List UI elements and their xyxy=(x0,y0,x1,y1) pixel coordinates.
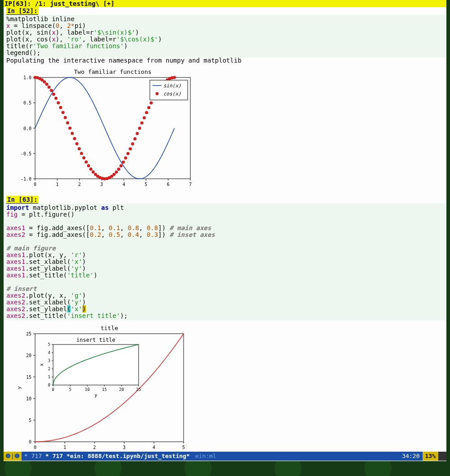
svg-point-43 xyxy=(68,127,72,130)
plot-output-2: title0123450510152025xyinsert title05101… xyxy=(4,320,446,461)
svg-point-66 xyxy=(122,160,125,163)
svg-point-46 xyxy=(75,142,78,145)
code-token: legend(); xyxy=(6,49,40,56)
code-token: , xyxy=(101,231,109,238)
svg-point-75 xyxy=(143,116,146,119)
svg-text:4: 4 xyxy=(48,350,50,355)
code-token: , xyxy=(59,22,67,29)
code-token: fig xyxy=(6,211,18,218)
code-token: .set_ylabel xyxy=(25,305,67,313)
svg-text:sin(x): sin(x) xyxy=(163,83,181,89)
svg-text:0: 0 xyxy=(52,387,54,392)
code-token: ]) xyxy=(158,224,166,231)
code-token: = fig.add_axes([ xyxy=(25,224,90,231)
svg-point-69 xyxy=(129,147,132,150)
code-comment: # insert xyxy=(6,285,36,292)
svg-text:6: 6 xyxy=(167,182,170,187)
cursor: ) xyxy=(82,305,86,313)
svg-text:10: 10 xyxy=(85,387,90,392)
code-token: plt xyxy=(109,204,124,211)
chart-title-with-inset: title0123450510152025xyinsert title05101… xyxy=(13,325,188,455)
cell-prompt-52: In [52]: xyxy=(6,7,38,15)
svg-text:Two familiar functions: Two familiar functions xyxy=(74,68,151,75)
code-token: axes1 xyxy=(6,258,25,265)
svg-text:y: y xyxy=(16,386,22,389)
svg-text:0: 0 xyxy=(34,182,36,187)
svg-point-92 xyxy=(156,92,159,95)
code-token: ) xyxy=(82,292,86,299)
window-number-icon: ❶ xyxy=(14,452,20,461)
cell-1: In [52]: %matplotlib inline x = linspace… xyxy=(4,7,446,196)
cell-prompt-63: In [63]: xyxy=(6,196,38,204)
code-token: = fig.add_axes([ xyxy=(25,231,90,238)
svg-point-67 xyxy=(124,156,127,159)
code-token: x xyxy=(52,29,55,36)
code-cell-63[interactable]: import matplotlib.pyplot as plt fig = pl… xyxy=(4,204,446,320)
code-token: .plot(y, x, xyxy=(25,292,71,299)
code-token: 0.2 xyxy=(90,231,101,238)
svg-rect-123 xyxy=(53,345,139,385)
svg-point-47 xyxy=(78,147,81,150)
svg-point-42 xyxy=(66,121,69,124)
svg-text:5: 5 xyxy=(48,342,50,347)
svg-text:25: 25 xyxy=(136,387,141,392)
svg-point-32 xyxy=(43,80,46,83)
svg-text:0: 0 xyxy=(48,383,50,387)
svg-text:7: 7 xyxy=(189,182,192,187)
svg-point-76 xyxy=(145,111,148,114)
code-token: 'x' xyxy=(71,305,82,313)
code-comment: # inset axes xyxy=(166,231,215,238)
code-token: axes1 xyxy=(6,251,25,258)
code-token: 'ro' xyxy=(67,36,82,43)
code-token: ) xyxy=(82,299,86,306)
code-token: 'x' xyxy=(71,258,82,265)
svg-text:1.0: 1.0 xyxy=(23,75,32,80)
svg-text:5: 5 xyxy=(69,387,71,392)
svg-text:1: 1 xyxy=(56,182,58,187)
svg-text:15: 15 xyxy=(26,375,32,380)
svg-point-36 xyxy=(52,93,55,96)
code-token: import xyxy=(6,204,29,211)
svg-text:y: y xyxy=(94,393,97,398)
code-token: 'Two familiar functions' xyxy=(33,42,124,50)
svg-text:0: 0 xyxy=(34,445,36,450)
svg-point-40 xyxy=(61,111,64,114)
svg-text:4: 4 xyxy=(122,182,125,187)
scroll-percent: 13% xyxy=(423,452,438,461)
svg-point-64 xyxy=(117,168,120,171)
code-token: = linspace( xyxy=(10,22,55,29)
tab-bar[interactable]: IP[63]: /1: just_testing\ [+] xyxy=(4,0,446,7)
code-token: axes2 xyxy=(6,299,25,306)
code-line: %matplotlib inline xyxy=(6,15,75,23)
svg-text:3: 3 xyxy=(123,445,126,450)
svg-point-78 xyxy=(149,101,153,104)
svg-point-71 xyxy=(133,137,136,141)
code-token: '$\cos(x)$' xyxy=(116,36,158,43)
stdout-text: Populating the interactive namespace fro… xyxy=(4,57,446,64)
code-token: 0.5 xyxy=(109,231,120,238)
svg-text:title: title xyxy=(100,325,118,331)
major-mode: ein:ml xyxy=(193,452,219,461)
code-token: , xyxy=(139,231,147,238)
code-token: axes2 xyxy=(6,312,25,319)
code-token: 'y' xyxy=(71,299,82,306)
svg-point-34 xyxy=(47,86,50,89)
code-token: , xyxy=(120,224,128,231)
code-token: ), label=r xyxy=(56,29,94,36)
cursor-position: 34:20 xyxy=(399,452,422,461)
svg-text:15: 15 xyxy=(102,387,107,392)
code-token: 0.8 xyxy=(147,224,158,231)
code-token: axes1 xyxy=(6,224,25,231)
code-token: , xyxy=(101,224,109,231)
svg-point-49 xyxy=(82,156,86,159)
code-token: x xyxy=(52,36,55,43)
code-token: 0.1 xyxy=(90,224,101,231)
code-token: ) xyxy=(82,258,86,265)
code-token: 0.4 xyxy=(128,231,139,238)
code-token: plot(x, cos( xyxy=(6,36,52,43)
mode-line-end xyxy=(438,452,446,461)
code-cell-52[interactable]: %matplotlib inline x = linspace(0, 2*pi)… xyxy=(4,15,446,57)
code-token: ); xyxy=(120,312,128,319)
svg-point-72 xyxy=(135,132,139,135)
code-token: , xyxy=(120,231,128,238)
